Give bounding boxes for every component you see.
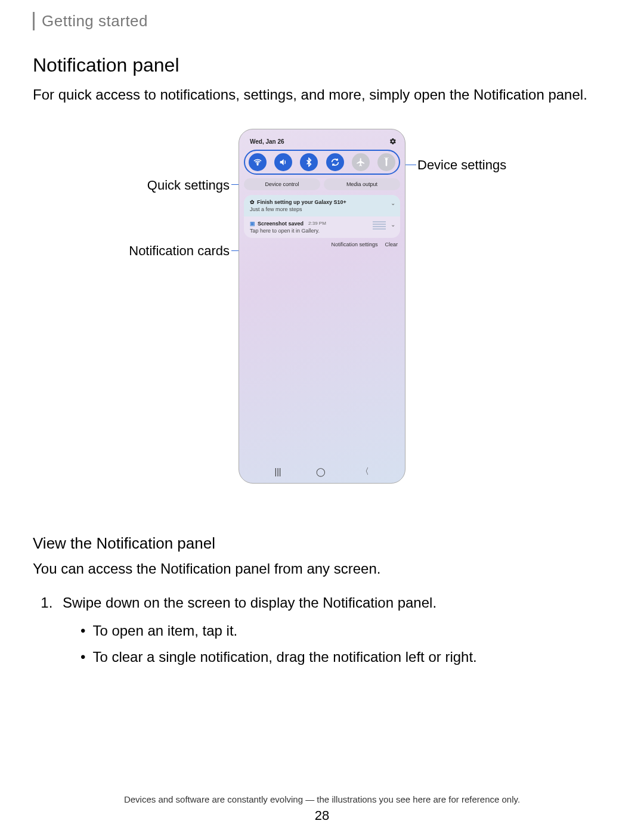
chevron-down-icon[interactable]: ⌄ (391, 221, 395, 228)
recents-icon[interactable]: ||| (275, 467, 281, 476)
notification-stack: ✿Finish setting up your Galaxy S10+ Just… (244, 195, 400, 238)
nav-bar: ||| ◯ 〈 (239, 466, 405, 477)
bullet-item: To open an item, tap it. (75, 620, 611, 642)
wifi-icon[interactable] (249, 153, 267, 171)
home-icon[interactable]: ◯ (316, 467, 326, 476)
rotate-icon[interactable] (326, 153, 344, 171)
quick-settings-row (244, 150, 400, 175)
notification-card[interactable]: ▣Screenshot saved2:39 PM Tap here to ope… (244, 216, 400, 238)
svg-point-0 (257, 164, 258, 165)
airplane-icon[interactable] (352, 153, 370, 171)
callout-quick-settings: Quick settings (147, 178, 230, 193)
intro-text: For quick access to notifications, setti… (33, 85, 611, 105)
callout-notification-cards: Notification cards (129, 243, 230, 259)
callout-device-settings: Device settings (417, 157, 506, 173)
notification-card[interactable]: ✿Finish setting up your Galaxy S10+ Just… (244, 195, 400, 216)
chevron-down-icon[interactable]: ⌄ (391, 200, 395, 206)
breadcrumb: Getting started (33, 12, 611, 30)
flashlight-icon[interactable] (377, 153, 395, 171)
sound-icon[interactable] (274, 153, 292, 171)
notification-actions: Notification settings Clear (244, 238, 400, 247)
media-output-chip[interactable]: Media output (324, 178, 400, 190)
step-item: Swipe down on the screen to display the … (57, 592, 611, 668)
page-number: 28 (0, 808, 644, 823)
chip-row: Device control Media output (244, 178, 400, 190)
section-heading: View the Notification panel (33, 534, 611, 553)
page-title: Notification panel (33, 54, 611, 76)
settings-mini-icon: ✿ (250, 199, 255, 205)
gear-icon[interactable] (389, 138, 397, 146)
footnote: Devices and software are constantly evol… (0, 794, 644, 804)
device-control-chip[interactable]: Device control (244, 178, 320, 190)
bullet-list: To open an item, tap it. To clear a sing… (75, 620, 611, 669)
phone-mockup: Wed, Jan 26 Device control Media output (239, 129, 405, 484)
status-date: Wed, Jan 26 (250, 138, 284, 145)
bullet-item: To clear a single notification, drag the… (75, 646, 611, 668)
thumbnail-icon (373, 221, 386, 232)
bluetooth-icon[interactable] (300, 153, 318, 171)
back-icon[interactable]: 〈 (361, 466, 369, 477)
notification-settings-link[interactable]: Notification settings (331, 241, 377, 247)
section-lead: You can access the Notification panel fr… (33, 559, 611, 579)
image-mini-icon: ▣ (250, 221, 255, 227)
ordered-steps: Swipe down on the screen to display the … (57, 592, 611, 668)
clear-link[interactable]: Clear (385, 241, 398, 247)
figure: Quick settings Notification cards Device… (33, 129, 611, 510)
